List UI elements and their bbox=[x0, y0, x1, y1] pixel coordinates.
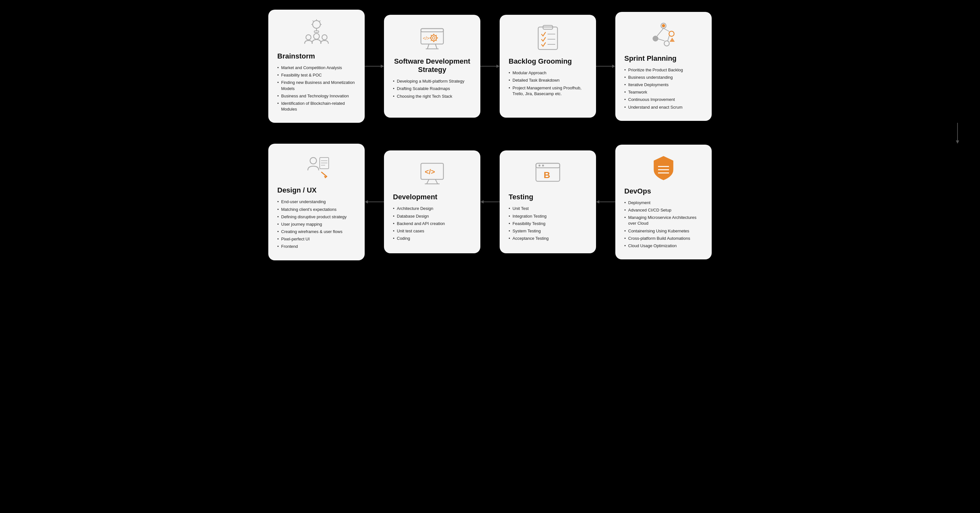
design-ux-list: End-user understanding Matching client's… bbox=[277, 199, 347, 251]
svg-marker-61 bbox=[480, 200, 484, 204]
arrow-5 bbox=[480, 199, 500, 205]
list-item: Containerising Using Kubernetes bbox=[624, 228, 703, 234]
svg-point-10 bbox=[322, 35, 327, 40]
list-item: Identification of Blockchain-related Mod… bbox=[277, 100, 356, 112]
list-item: Integration Testing bbox=[509, 213, 549, 219]
development-list: Architecture Design Database Design Back… bbox=[393, 206, 445, 243]
svg-rect-31 bbox=[538, 27, 557, 49]
list-item: Teamwork bbox=[624, 89, 683, 95]
svg-line-45 bbox=[657, 38, 665, 41]
list-item: Database Design bbox=[393, 213, 445, 219]
software-dev-title: Software Development Strategy bbox=[393, 57, 471, 74]
list-item: Unit test cases bbox=[393, 228, 445, 234]
card-devops: DevOps Deployment Advanced CI/CD Setup M… bbox=[615, 145, 712, 260]
svg-line-27 bbox=[431, 40, 432, 41]
vertical-connector bbox=[10, 123, 970, 144]
list-item: Backend and API creation bbox=[393, 221, 445, 226]
svg-line-25 bbox=[436, 40, 437, 41]
svg-marker-47 bbox=[670, 38, 675, 42]
diagram: Brainstorm Market and Competition Analys… bbox=[10, 10, 970, 260]
list-item: Business understanding bbox=[624, 75, 683, 80]
arrow-3 bbox=[596, 63, 615, 69]
svg-point-40 bbox=[669, 31, 674, 36]
svg-line-16 bbox=[435, 44, 437, 49]
list-item: User journey mapping bbox=[277, 221, 347, 227]
svg-point-9 bbox=[313, 33, 320, 39]
list-item: Prioritize the Product Backlog bbox=[624, 67, 683, 73]
list-item: Understand and enact Scrum bbox=[624, 104, 683, 110]
list-item: System Testing bbox=[509, 228, 549, 234]
svg-line-63 bbox=[427, 179, 429, 184]
testing-icon: B bbox=[509, 159, 587, 188]
brainstorm-icon bbox=[277, 19, 356, 48]
list-item: Acceptance Testing bbox=[509, 236, 549, 241]
svg-point-19 bbox=[433, 37, 435, 39]
sprint-title: Sprint Planning bbox=[624, 54, 703, 63]
svg-point-58 bbox=[542, 164, 544, 167]
software-dev-list: Developing a Multi-platform Strategy Dra… bbox=[393, 78, 464, 101]
svg-line-46 bbox=[668, 36, 669, 41]
list-item: Project Management using Proofhub, Trell… bbox=[509, 85, 587, 97]
list-item: Managing Microservice Architectures over… bbox=[624, 215, 703, 226]
svg-line-26 bbox=[436, 35, 437, 36]
list-item: Developing a Multi-platform Strategy bbox=[393, 78, 464, 84]
card-design-ux: Design / UX End-user understanding Match… bbox=[268, 144, 365, 260]
arrow-4 bbox=[596, 199, 615, 205]
list-item: Advanced CI/CD Setup bbox=[624, 207, 703, 213]
testing-list: Unit Test Integration Testing Feasibilit… bbox=[509, 206, 549, 243]
arrow-6 bbox=[365, 199, 384, 205]
svg-marker-68 bbox=[365, 200, 368, 204]
arrow-2 bbox=[480, 63, 500, 69]
svg-rect-2 bbox=[314, 31, 319, 32]
list-item: Cross-platform Build Automations bbox=[624, 236, 703, 241]
svg-rect-14 bbox=[421, 29, 444, 32]
list-item: Feasibility Testing bbox=[509, 221, 549, 226]
list-item: End-user understanding bbox=[277, 199, 347, 205]
list-item: Detailed Task Breakdown bbox=[509, 78, 587, 83]
development-title: Development bbox=[393, 193, 471, 201]
backlog-icon bbox=[509, 24, 587, 53]
svg-point-18 bbox=[431, 35, 437, 41]
svg-point-42 bbox=[662, 24, 665, 27]
svg-line-44 bbox=[663, 28, 669, 32]
list-item: Choosing the right Tech Stack bbox=[393, 94, 464, 99]
list-item: Feasibility test & POC bbox=[277, 72, 356, 78]
design-ux-icon bbox=[277, 153, 356, 182]
list-item: Deployment bbox=[624, 200, 703, 206]
svg-line-43 bbox=[657, 28, 663, 36]
card-testing: B Testing Unit Test Integration Testing … bbox=[500, 150, 596, 253]
card-software-dev: </> Software Development Strategy Develo… bbox=[384, 15, 480, 118]
list-item: Architecture Design bbox=[393, 206, 445, 212]
brainstorm-title: Brainstorm bbox=[277, 52, 356, 61]
list-item: Finding new Business and Monetization Mo… bbox=[277, 80, 356, 91]
arrow-1 bbox=[365, 63, 384, 69]
svg-line-15 bbox=[427, 44, 429, 49]
svg-point-69 bbox=[310, 158, 317, 164]
devops-list: Deployment Advanced CI/CD Setup Managing… bbox=[624, 200, 703, 250]
svg-line-4 bbox=[320, 21, 320, 22]
svg-marker-12 bbox=[381, 65, 384, 68]
svg-point-8 bbox=[306, 35, 311, 40]
list-item: Modular Approach bbox=[509, 70, 587, 76]
card-brainstorm: Brainstorm Market and Competition Analys… bbox=[268, 10, 365, 123]
svg-point-0 bbox=[313, 21, 320, 28]
svg-marker-37 bbox=[612, 65, 615, 68]
svg-text:</>: </> bbox=[423, 36, 429, 41]
devops-icon bbox=[624, 154, 703, 183]
card-sprint: Sprint Planning Prioritize the Product B… bbox=[615, 12, 712, 121]
list-item: Market and Competition Analysis bbox=[277, 65, 356, 71]
list-item: Frontend bbox=[277, 244, 347, 249]
svg-text:</>: </> bbox=[425, 168, 435, 176]
svg-line-24 bbox=[431, 35, 432, 36]
design-ux-title: Design / UX bbox=[277, 186, 356, 194]
brainstorm-list: Market and Competition Analysis Feasibil… bbox=[277, 65, 356, 114]
sprint-icon bbox=[624, 21, 703, 50]
list-item: Defining disruptive product strategy bbox=[277, 214, 347, 220]
list-item: Continuous Improvement bbox=[624, 97, 683, 102]
svg-point-41 bbox=[664, 41, 669, 46]
list-item: Iterative Deployments bbox=[624, 82, 683, 88]
backlog-list: Modular Approach Detailed Task Breakdown… bbox=[509, 70, 587, 98]
list-item: Unit Test bbox=[509, 206, 549, 212]
list-item: Business and Technology Innovation bbox=[277, 93, 356, 99]
list-item: Creating wireframes & user flows bbox=[277, 229, 347, 235]
